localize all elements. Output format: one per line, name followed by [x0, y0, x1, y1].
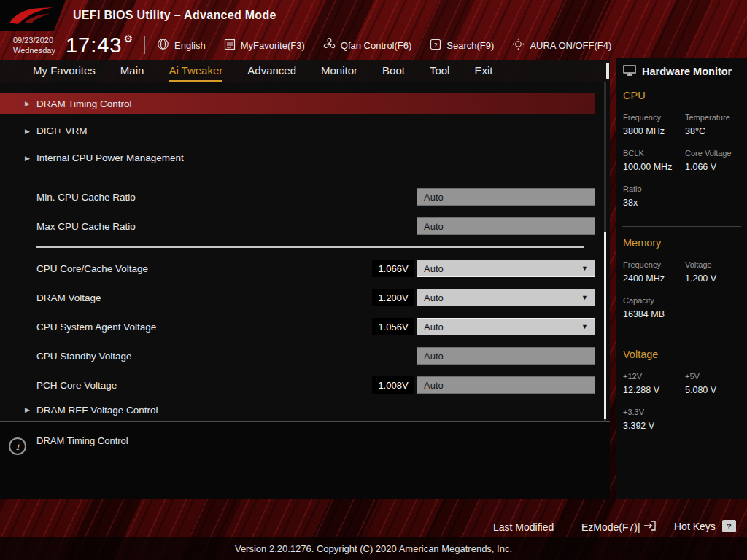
ezmode-exit-icon — [643, 521, 657, 533]
hm-label: Ratio — [623, 184, 685, 193]
last-modified-button[interactable]: Last Modified — [493, 521, 554, 533]
pch-core-voltage-value[interactable]: Auto — [417, 376, 595, 394]
aura-button[interactable]: AURA ON/OFF(F4) — [512, 38, 611, 52]
setting-dram-voltage: DRAM Voltage 1.200V Auto ▼ — [0, 283, 610, 312]
hm-label: +12V — [623, 372, 685, 381]
submenu-label: DRAM REF Voltage Control — [36, 405, 158, 416]
setting-cpu-standby-voltage: CPU Standby Voltage Auto — [0, 341, 610, 370]
aura-icon — [512, 38, 525, 52]
submenu-label: DRAM Timing Control — [36, 98, 132, 109]
clock-display[interactable]: 17:43 ⚙ — [66, 34, 133, 58]
date-text: 09/23/2020 — [13, 35, 55, 45]
language-button[interactable]: English — [157, 38, 206, 52]
chevron-down-icon: ▼ — [581, 265, 588, 272]
cpu-system-agent-voltage-dropdown[interactable]: Auto ▼ — [417, 318, 595, 335]
hardware-monitor-header: Hardware Monitor — [622, 58, 741, 82]
gear-icon[interactable]: ⚙ — [123, 33, 133, 44]
help-text: DRAM Timing Control — [36, 435, 128, 446]
voltage-reading: 1.066V — [372, 260, 414, 277]
setting-label: Max CPU Cache Ratio — [36, 221, 136, 232]
setting-label: CPU System Agent Voltage — [36, 322, 156, 332]
tab-my-favorites[interactable]: My Favorites — [20, 60, 108, 82]
setting-label: CPU Core/Cache Voltage — [36, 263, 148, 274]
cpu-core-cache-voltage-dropdown[interactable]: Auto ▼ — [417, 260, 595, 277]
hm-value: 1.066 V — [685, 162, 740, 172]
hm-voltage-title: Voltage — [623, 349, 740, 360]
setting-pch-core-voltage: PCH Core Voltage 1.008V Auto — [0, 370, 610, 400]
setting-max-cpu-cache-ratio: Max CPU Cache Ratio Auto — [0, 211, 610, 241]
top-bar: UEFI BIOS Utility – Advanced Mode 09/23/… — [0, 0, 747, 60]
qfan-control-button[interactable]: Qfan Control(F6) — [323, 38, 412, 52]
min-cpu-cache-ratio-value[interactable]: Auto — [417, 188, 595, 206]
myfavorite-icon — [224, 39, 236, 52]
tab-tool[interactable]: Tool — [417, 60, 462, 82]
search-label: Search(F9) — [446, 40, 494, 51]
submenu-dram-timing-control[interactable]: ▶ DRAM Timing Control — [0, 93, 595, 114]
hardware-monitor-title: Hardware Monitor — [642, 66, 732, 77]
submenu-label: DIGI+ VRM — [36, 125, 87, 136]
submenu-digi-vrm[interactable]: ▶ DIGI+ VRM — [0, 117, 610, 144]
setting-label: DRAM Voltage — [36, 292, 101, 303]
value-text: Auto — [424, 322, 444, 332]
search-icon: ? — [430, 39, 441, 52]
rog-logo — [0, 0, 66, 31]
myfavorite-button[interactable]: MyFavorite(F3) — [224, 39, 305, 52]
cpu-standby-voltage-value[interactable]: Auto — [417, 347, 595, 365]
hm-label: Frequency — [623, 260, 685, 269]
hm-cpu-title: CPU — [623, 90, 740, 101]
hm-value: 16384 MB — [623, 309, 685, 319]
hm-section-voltage: Voltage +12V 12.288 V +5V 5.080 V +3.3V … — [622, 338, 741, 445]
info-row: 09/23/2020 Wednesday 17:43 ⚙ English — [0, 31, 747, 60]
aura-label: AURA ON/OFF(F4) — [530, 40, 611, 51]
hm-label: +5V — [685, 372, 740, 381]
tab-monitor[interactable]: Monitor — [309, 60, 370, 82]
hm-label: Voltage — [685, 260, 740, 269]
hm-value: 12.288 V — [623, 385, 685, 395]
language-label: English — [174, 40, 206, 51]
hm-value: 38°C — [685, 126, 740, 136]
nav-scrollbar-thumb[interactable] — [606, 63, 609, 79]
ezmode-button[interactable]: EzMode(F7)| — [581, 521, 657, 533]
tab-boot[interactable]: Boot — [370, 60, 417, 82]
submenu-label: Internal CPU Power Management — [36, 152, 184, 163]
tab-exit[interactable]: Exit — [462, 60, 505, 82]
tab-main[interactable]: Main — [108, 60, 157, 82]
chevron-down-icon: ▼ — [581, 294, 588, 301]
setting-cpu-core-cache-voltage: CPU Core/Cache Voltage 1.066V Auto ▼ — [0, 254, 610, 283]
day-text: Wednesday — [13, 45, 55, 55]
tab-advanced[interactable]: Advanced — [235, 60, 309, 82]
search-button[interactable]: ? Search(F9) — [430, 39, 494, 52]
rog-eye-icon — [9, 6, 54, 26]
submenu-dram-ref-voltage-control[interactable]: ▶ DRAM REF Voltage Control — [0, 400, 610, 420]
hm-value: 1.200 V — [685, 273, 740, 284]
separator — [36, 176, 584, 176]
hot-keys-button[interactable]: Hot Keys ? — [674, 520, 736, 532]
brand-row: UEFI BIOS Utility – Advanced Mode — [0, 0, 747, 31]
qfan-icon — [323, 38, 336, 52]
scrollbar-thumb[interactable] — [604, 232, 606, 419]
value-text: Auto — [424, 351, 444, 362]
tab-ai-tweaker[interactable]: Ai Tweaker — [156, 60, 235, 82]
value-text: Auto — [424, 221, 444, 232]
submenu-arrow-icon: ▶ — [25, 406, 30, 413]
voltage-reading: 1.056V — [372, 318, 414, 335]
time-text: 17:43 — [66, 34, 123, 58]
max-cpu-cache-ratio-value[interactable]: Auto — [417, 217, 595, 235]
dram-voltage-dropdown[interactable]: Auto ▼ — [417, 289, 595, 306]
value-text: Auto — [424, 192, 444, 203]
voltage-reading: 1.200V — [372, 289, 414, 306]
hm-section-memory: Memory Frequency 2400 MHz Voltage 1.200 … — [622, 226, 741, 333]
setting-label: CPU Standby Voltage — [36, 351, 132, 362]
submenu-arrow-icon: ▶ — [25, 100, 30, 107]
ezmode-label: EzMode(F7)| — [581, 521, 640, 533]
setting-label: Min. CPU Cache Ratio — [36, 192, 136, 203]
hm-value: 100.00 MHz — [623, 162, 685, 172]
info-icon: i — [9, 438, 26, 455]
last-modified-label: Last Modified — [493, 521, 554, 533]
voltage-reading: 1.008V — [372, 376, 414, 394]
version-text: Version 2.20.1276. Copyright (C) 2020 Am… — [235, 543, 512, 554]
separator — [36, 246, 584, 248]
submenu-internal-cpu-power-management[interactable]: ▶ Internal CPU Power Management — [0, 144, 610, 171]
main-menu-bar: My Favorites Main Ai Tweaker Advanced Mo… — [0, 60, 610, 82]
chevron-down-icon: ▼ — [581, 323, 588, 330]
